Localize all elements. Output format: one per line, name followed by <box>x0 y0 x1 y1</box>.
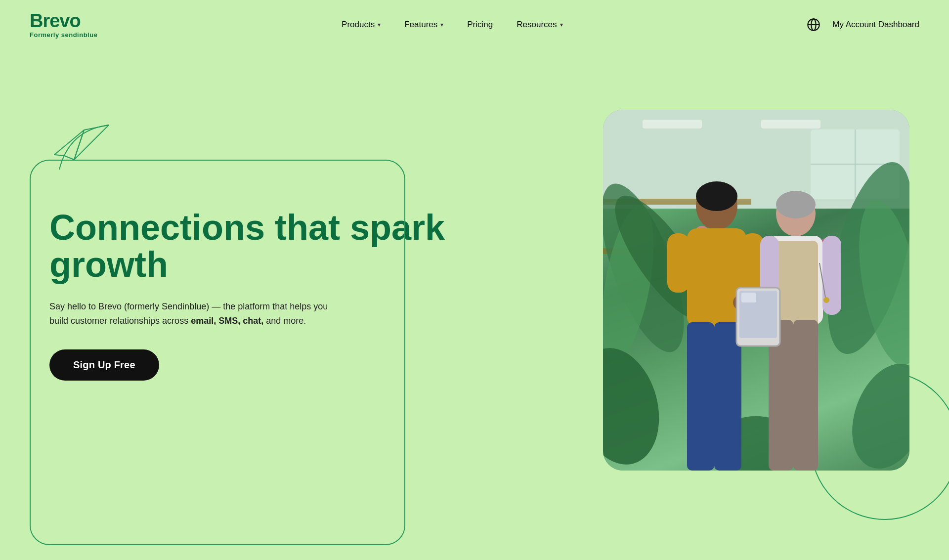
hero-right <box>462 110 909 471</box>
navigation: Brevo Formerly sendinblue Products ▾ Fea… <box>0 0 949 49</box>
hero-title: Connections that spark growth <box>49 209 462 284</box>
svg-point-26 <box>696 181 737 211</box>
nav-right: My Account Dashboard <box>807 18 919 32</box>
account-dashboard-link[interactable]: My Account Dashboard <box>832 20 919 30</box>
globe-icon[interactable] <box>807 18 820 32</box>
svg-rect-38 <box>793 320 818 471</box>
hero-section: Connections that spark growth Say hello … <box>0 49 949 560</box>
logo[interactable]: Brevo Formerly sendinblue <box>30 11 97 39</box>
svg-point-34 <box>776 191 816 218</box>
nav-item-features[interactable]: Features ▾ <box>404 20 443 30</box>
paper-plane-icon <box>40 120 119 179</box>
chevron-down-icon: ▾ <box>560 21 563 28</box>
nav-item-pricing[interactable]: Pricing <box>467 20 493 30</box>
hero-subtitle-bold: email, SMS, chat, <box>191 316 263 326</box>
nav-label-features: Features <box>404 20 437 30</box>
hero-left: Connections that spark growth Say hello … <box>49 199 462 381</box>
nav-label-resources: Resources <box>517 20 557 30</box>
nav-menu: Products ▾ Features ▾ Pricing Resources … <box>342 20 562 30</box>
chevron-down-icon: ▾ <box>440 21 443 28</box>
svg-rect-28 <box>687 322 714 471</box>
hero-image <box>603 110 909 471</box>
nav-item-resources[interactable]: Resources ▾ <box>517 20 562 30</box>
people-simulation <box>603 110 909 471</box>
hero-subtitle: Say hello to Brevo (formerly Sendinblue)… <box>49 300 336 328</box>
chevron-down-icon: ▾ <box>378 21 381 28</box>
signup-button[interactable]: Sign Up Free <box>49 349 159 381</box>
hero-subtitle-end: and more. <box>263 316 306 326</box>
nav-label-products: Products <box>342 20 375 30</box>
svg-rect-40 <box>822 236 841 315</box>
nav-item-products[interactable]: Products ▾ <box>342 20 381 30</box>
nav-label-pricing: Pricing <box>467 20 493 30</box>
hero-photo-simulation <box>603 110 909 471</box>
svg-point-45 <box>823 297 829 303</box>
svg-marker-5 <box>74 125 109 160</box>
svg-rect-43 <box>741 293 756 302</box>
brand-formerly: Formerly sendinblue <box>30 31 97 39</box>
brand-name: Brevo <box>30 11 81 30</box>
svg-rect-30 <box>667 233 690 293</box>
